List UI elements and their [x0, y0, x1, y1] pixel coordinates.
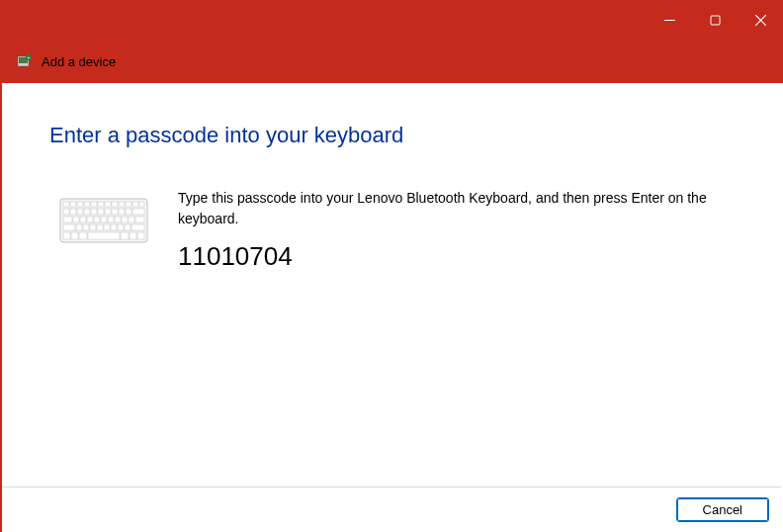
titlebar-content: + Add a device — [0, 40, 783, 83]
svg-rect-51 — [125, 224, 130, 230]
titlebar: + Add a device — [0, 0, 783, 83]
window-controls — [0, 0, 783, 40]
svg-rect-43 — [63, 224, 75, 230]
page-heading: Enter a passcode into your keyboard — [49, 123, 734, 148]
body-row: Type this passcode into your Lenovo Blue… — [49, 188, 734, 272]
footer: Cancel — [2, 487, 781, 532]
minimize-button[interactable] — [647, 4, 692, 36]
svg-rect-16 — [112, 202, 118, 207]
keyboard-icon — [59, 198, 148, 247]
svg-rect-10 — [70, 202, 76, 207]
svg-rect-37 — [101, 217, 107, 222]
svg-rect-34 — [80, 217, 86, 222]
svg-rect-49 — [111, 224, 117, 230]
window-title: Add a device — [42, 54, 116, 69]
svg-rect-11 — [77, 202, 83, 207]
svg-rect-27 — [105, 209, 111, 215]
svg-rect-33 — [73, 217, 79, 222]
device-wizard-icon: + — [16, 52, 34, 70]
svg-rect-31 — [132, 209, 144, 215]
svg-rect-38 — [108, 217, 114, 222]
svg-rect-40 — [122, 217, 128, 222]
svg-text:+: + — [28, 54, 31, 60]
svg-rect-58 — [130, 232, 136, 239]
svg-rect-26 — [98, 209, 104, 215]
svg-rect-21 — [63, 209, 69, 215]
svg-rect-57 — [121, 232, 129, 239]
svg-rect-39 — [115, 217, 121, 222]
svg-rect-46 — [90, 224, 96, 230]
svg-rect-36 — [94, 217, 100, 222]
svg-rect-17 — [119, 202, 125, 207]
svg-rect-55 — [79, 232, 87, 239]
svg-rect-53 — [63, 232, 70, 239]
svg-rect-59 — [137, 232, 144, 239]
window-border — [0, 83, 2, 532]
svg-rect-48 — [104, 224, 110, 230]
svg-rect-52 — [131, 224, 144, 230]
svg-rect-30 — [126, 209, 131, 215]
svg-rect-28 — [112, 209, 118, 215]
cancel-button[interactable]: Cancel — [676, 497, 769, 522]
svg-rect-25 — [91, 209, 97, 215]
svg-rect-20 — [139, 202, 144, 207]
svg-rect-14 — [98, 202, 104, 207]
svg-rect-41 — [129, 217, 134, 222]
svg-rect-19 — [132, 202, 138, 207]
close-button[interactable] — [738, 4, 783, 36]
svg-rect-12 — [84, 202, 90, 207]
instruction-column: Type this passcode into your Lenovo Blue… — [178, 188, 734, 272]
svg-rect-32 — [63, 217, 72, 222]
svg-rect-45 — [83, 224, 89, 230]
svg-rect-18 — [126, 202, 131, 207]
content-area: Enter a passcode into your keyboard Type… — [0, 83, 783, 292]
svg-rect-56 — [88, 232, 120, 239]
svg-rect-24 — [84, 209, 90, 215]
svg-rect-1 — [711, 16, 720, 25]
svg-rect-35 — [87, 217, 93, 222]
svg-rect-13 — [91, 202, 97, 207]
svg-rect-47 — [97, 224, 103, 230]
svg-rect-50 — [118, 224, 124, 230]
svg-rect-22 — [70, 209, 76, 215]
svg-rect-9 — [63, 202, 69, 207]
svg-rect-44 — [76, 224, 82, 230]
maximize-button[interactable] — [692, 4, 738, 36]
instruction-text: Type this passcode into your Lenovo Blue… — [178, 188, 734, 229]
passcode-value: 11010704 — [178, 241, 734, 272]
svg-rect-23 — [77, 209, 83, 215]
svg-rect-29 — [119, 209, 125, 215]
svg-rect-42 — [135, 217, 144, 222]
svg-rect-54 — [71, 232, 78, 239]
svg-rect-15 — [105, 202, 111, 207]
